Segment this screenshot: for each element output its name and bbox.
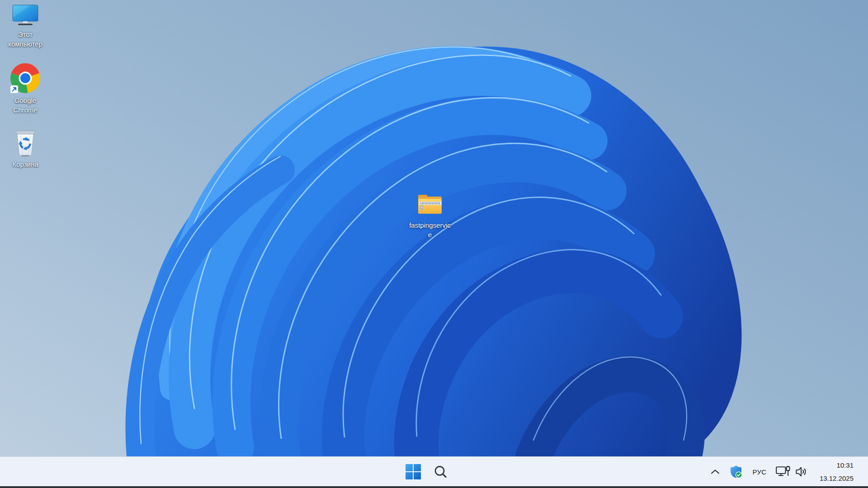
wallpaper-bloom-image (0, 0, 868, 488)
windows-security-shield-icon (730, 465, 742, 479)
search-button[interactable] (430, 461, 451, 482)
windows-security-button[interactable] (727, 462, 745, 482)
tray-overflow-button[interactable] (707, 462, 723, 482)
chevron-up-icon (711, 469, 720, 474)
language-label: РУС (750, 468, 769, 476)
clock-date: 13.12.2025 (816, 474, 854, 483)
desktop-file-label: fastpingservic e (409, 221, 451, 239)
windows-logo-icon (406, 464, 421, 479)
desktop-icon-recycle-bin[interactable]: Корзина (0, 128, 51, 169)
taskbar-center-group (403, 457, 451, 487)
taskbar-tray: РУС (707, 457, 868, 487)
zip-folder-icon (417, 193, 443, 216)
clock-time: 10:31 (816, 461, 854, 469)
desktop[interactable]: Этот компьютер Google Chrome (0, 0, 868, 488)
clock-button[interactable]: 10:31 13.12.2025 (814, 462, 855, 482)
search-icon (434, 465, 447, 479)
shortcut-arrow-badge (10, 85, 18, 93)
recycle-bin-icon (13, 128, 38, 157)
desktop-icon-label: Google Chrome (13, 96, 37, 115)
desktop-icon-this-pc[interactable]: Этот компьютер (0, 5, 51, 49)
language-indicator-button[interactable]: РУС (749, 462, 770, 482)
speaker-volume-icon (795, 465, 808, 479)
ethernet-monitor-icon (776, 466, 791, 478)
desktop-icon-google-chrome[interactable]: Google Chrome (0, 63, 51, 115)
desktop-file-fastpingservice[interactable]: fastpingservic e (405, 193, 455, 239)
screen-bottom-edge (0, 486, 868, 488)
desktop-icon-label: Корзина (12, 160, 38, 169)
taskbar: РУС (0, 456, 868, 488)
chrome-icon (10, 63, 40, 93)
desktop-icon-label: Этот компьютер (8, 30, 42, 49)
monitor-icon (12, 5, 38, 25)
quick-settings-button[interactable] (774, 462, 810, 482)
start-button[interactable] (403, 461, 424, 482)
